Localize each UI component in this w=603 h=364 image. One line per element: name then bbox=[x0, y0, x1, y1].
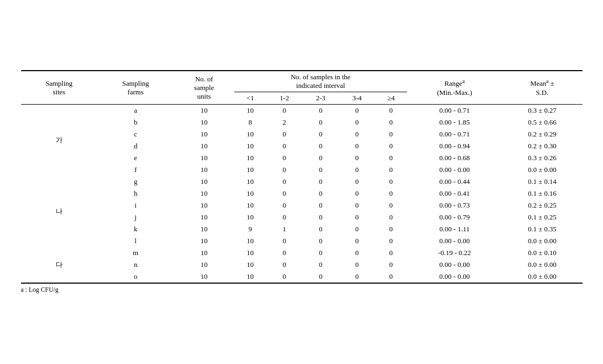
cell-units: 10 bbox=[174, 140, 234, 152]
cell-r23: 0 bbox=[302, 188, 338, 200]
cell-r12: 0 bbox=[266, 235, 302, 247]
cell-r12: 0 bbox=[266, 211, 302, 223]
cell-farm: l bbox=[97, 235, 174, 247]
cell-units: 10 bbox=[174, 176, 234, 188]
cell-lt1: 10 bbox=[234, 164, 266, 176]
cell-r12: 0 bbox=[266, 140, 302, 152]
cell-r34: 0 bbox=[339, 271, 375, 283]
cell-gte4: 0 bbox=[375, 152, 407, 164]
cell-range: 0.00 - 0.71 bbox=[407, 128, 503, 140]
cell-r34: 0 bbox=[339, 164, 375, 176]
cell-lt1: 10 bbox=[234, 140, 266, 152]
cell-lt1: 8 bbox=[234, 116, 266, 128]
cell-r34: 0 bbox=[339, 176, 375, 188]
cell-gte4: 0 bbox=[375, 105, 407, 117]
cell-r23: 0 bbox=[302, 164, 338, 176]
cell-range: 0.00 - 0.73 bbox=[407, 200, 503, 211]
cell-r12: 0 bbox=[266, 105, 302, 117]
cell-lt1: 9 bbox=[234, 223, 266, 235]
cell-lt1: 10 bbox=[234, 188, 266, 200]
cell-r34: 0 bbox=[339, 105, 375, 117]
cell-site: 나 bbox=[21, 176, 98, 247]
header-3-4: 3-4 bbox=[339, 92, 375, 105]
cell-site: 다 bbox=[21, 247, 98, 283]
cell-r23: 0 bbox=[302, 176, 338, 188]
cell-units: 10 bbox=[174, 259, 234, 271]
cell-r12: 1 bbox=[266, 223, 302, 235]
data-table: Samplingsites Samplingfarms No. ofsample… bbox=[21, 70, 582, 284]
cell-range: 0.00 - 0.41 bbox=[407, 188, 503, 200]
cell-farm: b bbox=[97, 116, 174, 128]
cell-r34: 0 bbox=[339, 140, 375, 152]
cell-lt1: 10 bbox=[234, 176, 266, 188]
cell-farm: e bbox=[97, 152, 174, 164]
cell-farm: h bbox=[97, 188, 174, 200]
header-interval-group: No. of samples in theindicated interval bbox=[234, 71, 407, 92]
header-sampling-sites: Samplingsites bbox=[21, 71, 98, 105]
header-mean: Meana ±S.D. bbox=[502, 71, 582, 105]
cell-gte4: 0 bbox=[375, 200, 407, 211]
cell-r34: 0 bbox=[339, 116, 375, 128]
cell-r23: 0 bbox=[302, 105, 338, 117]
cell-lt1: 10 bbox=[234, 235, 266, 247]
cell-mean: 0.5 ± 0.66 bbox=[502, 116, 582, 128]
cell-r23: 0 bbox=[302, 211, 338, 223]
cell-r34: 0 bbox=[339, 128, 375, 140]
cell-r34: 0 bbox=[339, 200, 375, 211]
cell-mean: 0.2 ± 0.29 bbox=[502, 128, 582, 140]
header-1-2: 1-2 bbox=[266, 92, 302, 105]
cell-r23: 0 bbox=[302, 140, 338, 152]
cell-range: 0.00 - 0.71 bbox=[407, 105, 503, 117]
cell-lt1: 10 bbox=[234, 105, 266, 117]
header-no-sample-units: No. ofsampleunits bbox=[174, 71, 234, 105]
cell-units: 10 bbox=[174, 105, 234, 117]
cell-r34: 0 bbox=[339, 188, 375, 200]
cell-mean: 0.0 ± 0.00 bbox=[502, 271, 582, 283]
cell-range: 0.00 - 1.11 bbox=[407, 223, 503, 235]
header-2-3: 2-3 bbox=[302, 92, 338, 105]
cell-units: 10 bbox=[174, 128, 234, 140]
cell-range: 0.00 - 0.00 bbox=[407, 235, 503, 247]
cell-r12: 0 bbox=[266, 247, 302, 259]
cell-r12: 0 bbox=[266, 271, 302, 283]
header-gte4: ≥4 bbox=[375, 92, 407, 105]
cell-r12: 0 bbox=[266, 200, 302, 211]
cell-lt1: 10 bbox=[234, 247, 266, 259]
header-range: Rangea(Min.-Max.) bbox=[407, 71, 503, 105]
cell-lt1: 10 bbox=[234, 271, 266, 283]
cell-range: -0.19 - 0.22 bbox=[407, 247, 503, 259]
cell-farm: c bbox=[97, 128, 174, 140]
cell-units: 10 bbox=[174, 152, 234, 164]
cell-range: 0.00 - 0.79 bbox=[407, 211, 503, 223]
cell-r23: 0 bbox=[302, 128, 338, 140]
cell-r12: 0 bbox=[266, 188, 302, 200]
cell-gte4: 0 bbox=[375, 128, 407, 140]
cell-r34: 0 bbox=[339, 152, 375, 164]
cell-units: 10 bbox=[174, 164, 234, 176]
cell-gte4: 0 bbox=[375, 259, 407, 271]
cell-lt1: 10 bbox=[234, 200, 266, 211]
cell-mean: 0.3 ± 0.26 bbox=[502, 152, 582, 164]
cell-gte4: 0 bbox=[375, 223, 407, 235]
cell-mean: 0.2 ± 0.25 bbox=[502, 200, 582, 211]
cell-farm: i bbox=[97, 200, 174, 211]
cell-gte4: 0 bbox=[375, 271, 407, 283]
cell-units: 10 bbox=[174, 247, 234, 259]
cell-farm: n bbox=[97, 259, 174, 271]
cell-r23: 0 bbox=[302, 271, 338, 283]
cell-r23: 0 bbox=[302, 259, 338, 271]
cell-units: 10 bbox=[174, 235, 234, 247]
cell-farm: k bbox=[97, 223, 174, 235]
cell-mean: 0.3 ± 0.27 bbox=[502, 105, 582, 117]
cell-range: 0.00 - 0.94 bbox=[407, 140, 503, 152]
cell-units: 10 bbox=[174, 116, 234, 128]
cell-mean: 0.0 ± 0.00 bbox=[502, 235, 582, 247]
cell-range: 0.00 - 0.00 bbox=[407, 271, 503, 283]
cell-r12: 0 bbox=[266, 259, 302, 271]
cell-r12: 0 bbox=[266, 152, 302, 164]
cell-farm: g bbox=[97, 176, 174, 188]
cell-farm: o bbox=[97, 271, 174, 283]
header-sampling-farms: Samplingfarms bbox=[97, 71, 174, 105]
cell-units: 10 bbox=[174, 211, 234, 223]
footnote: a : Log CFU/g bbox=[21, 286, 582, 294]
